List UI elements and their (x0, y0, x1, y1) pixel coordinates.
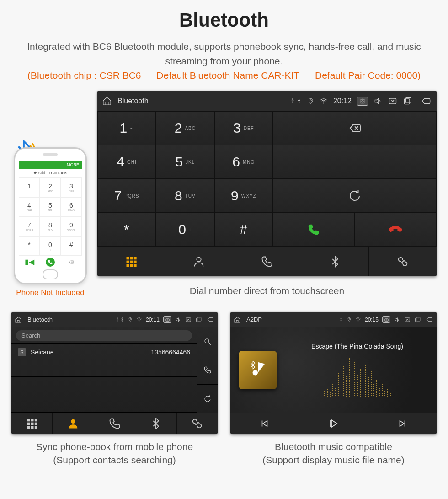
dial-key-5[interactable]: 5JKL (156, 145, 214, 179)
back-icon[interactable] (206, 316, 214, 323)
back-icon[interactable] (425, 316, 433, 323)
prev-track-button[interactable] (230, 413, 299, 434)
phone-mock-keypad: 1 2ABC3DEF4GHI5JKL6MNO7PQRS8TUV9WXYZ* 0+… (19, 177, 82, 256)
phone-mock-key-2: 2ABC (40, 177, 61, 197)
dialer-head-unit: Bluetooth 20:12 1∞2ABC3DEF4GHI5JKL6MNO7P… (97, 91, 437, 276)
tab-bluetooth[interactable] (135, 413, 176, 434)
status-time: 20:11 (146, 317, 160, 323)
contact-row[interactable]: S Seicane 13566664466 (11, 344, 197, 360)
phone-mock-subtitle: ★ Add to Contacts (19, 169, 82, 177)
wifi-icon (136, 317, 142, 322)
phone-not-included-label: Phone Not Included (11, 288, 89, 297)
side-refresh-button[interactable] (197, 385, 218, 413)
volume-icon[interactable] (394, 317, 400, 323)
contacts-status-bar: Bluetooth 20:11 (11, 312, 218, 327)
empty-cell (273, 145, 437, 179)
music-status-title: A2DP (246, 316, 339, 323)
page-description: Integrated with BC6 Bluetooth module, su… (25, 39, 423, 68)
tab-recent-calls[interactable] (233, 247, 301, 276)
home-icon[interactable] (234, 316, 241, 323)
spec-chip: (Bluetooth chip : CSR BC6 (27, 70, 141, 80)
contacts-tab-bar (11, 413, 218, 434)
wifi-icon (320, 97, 328, 105)
refresh-button[interactable] (273, 179, 437, 213)
back-icon[interactable] (420, 96, 432, 106)
spec-line: (Bluetooth chip : CSR BC6 Default Blueto… (11, 70, 437, 81)
dialer-caption: Dial number direct from touchscreen (97, 284, 437, 297)
phone-mock-key-3: 3DEF (61, 177, 82, 197)
close-app-icon[interactable] (404, 317, 411, 323)
phone-mock-key-#: # (61, 236, 82, 256)
call-button[interactable] (273, 213, 355, 247)
play-pause-button[interactable] (299, 413, 368, 434)
usb-icon (289, 97, 296, 105)
bluetooth-status-icon (296, 97, 302, 105)
phone-mock-key-0: 0+ (40, 236, 61, 256)
album-art-icon (239, 351, 277, 389)
volume-icon[interactable] (373, 97, 383, 106)
music-head-unit: A2DP 20:15 Escape (The Pina Colada Song) (230, 312, 437, 434)
tab-pair[interactable] (177, 413, 218, 434)
phone-mock-call-icon (40, 256, 61, 268)
recent-apps-icon[interactable] (403, 97, 412, 106)
music-caption: Bluetooth music compatible (Support disp… (230, 440, 437, 467)
tab-contacts[interactable] (53, 413, 94, 434)
dial-key-6[interactable]: 6MNO (214, 145, 273, 179)
hangup-button[interactable] (355, 213, 437, 247)
dial-key-2[interactable]: 2ABC (156, 111, 214, 145)
recent-apps-icon[interactable] (195, 317, 202, 323)
wifi-icon (355, 317, 361, 322)
tab-keypad[interactable] (97, 247, 165, 276)
spec-code: Default Pair Code: 0000) (315, 70, 421, 80)
screenshot-button[interactable] (357, 97, 368, 106)
dial-key-9[interactable]: 9WXYZ (214, 179, 273, 213)
contact-initial-badge: S (18, 348, 26, 356)
phone-mock-bottom: ▮◀ (19, 256, 82, 268)
phone-mock-key-1: 1 (19, 177, 40, 197)
page-title: Bluetooth (11, 9, 437, 31)
tab-contacts[interactable] (165, 247, 234, 276)
side-call-button[interactable] (197, 356, 218, 385)
screenshot-button[interactable] (163, 316, 171, 323)
dialer-tab-bar (97, 247, 437, 276)
phone-mock-video-icon: ▮◀ (19, 256, 40, 268)
home-icon[interactable] (15, 316, 22, 323)
home-icon[interactable] (102, 96, 112, 106)
screenshot-button[interactable] (382, 316, 390, 323)
dial-key-1[interactable]: 1∞ (97, 111, 156, 145)
dial-key-#[interactable]: # (214, 213, 273, 247)
side-search-button[interactable] (197, 327, 218, 356)
contact-name: Seicane (31, 349, 151, 356)
location-icon (308, 97, 314, 105)
phone-mock-key-7: 7PQRS (19, 217, 40, 236)
dial-key-7[interactable]: 7PQRS (97, 179, 156, 213)
dial-key-4[interactable]: 4GHI (97, 145, 156, 179)
next-track-button[interactable] (368, 413, 437, 434)
usb-icon (115, 317, 120, 322)
contacts-search-row: Search (11, 327, 197, 344)
dialer-status-title: Bluetooth (117, 97, 285, 105)
volume-icon[interactable] (175, 317, 181, 323)
close-app-icon[interactable] (388, 97, 397, 106)
tab-pair[interactable] (369, 247, 437, 276)
music-body: Escape (The Pina Colada Song) (230, 327, 437, 413)
backspace-button[interactable] (273, 111, 437, 145)
dial-key-3[interactable]: 3DEF (214, 111, 273, 145)
phone-mock-key-5: 5JKL (40, 197, 61, 217)
contact-row-empty (11, 393, 197, 413)
tab-keypad[interactable] (11, 413, 53, 434)
dial-key-8[interactable]: 8TUV (156, 179, 214, 213)
search-input[interactable]: Search (16, 330, 192, 341)
tab-bluetooth[interactable] (301, 247, 369, 276)
recent-apps-icon[interactable] (414, 317, 421, 323)
contact-row-empty (11, 377, 197, 393)
music-controls (230, 413, 437, 434)
dialer-status-bar: Bluetooth 20:12 (97, 91, 437, 111)
tab-recent-calls[interactable] (94, 413, 135, 434)
dial-key-*[interactable]: * (97, 213, 156, 247)
close-app-icon[interactable] (185, 317, 192, 323)
status-time: 20:15 (365, 317, 379, 323)
contact-number: 13566664466 (151, 349, 190, 356)
location-icon (128, 317, 133, 322)
dial-key-0[interactable]: 0+ (156, 213, 214, 247)
